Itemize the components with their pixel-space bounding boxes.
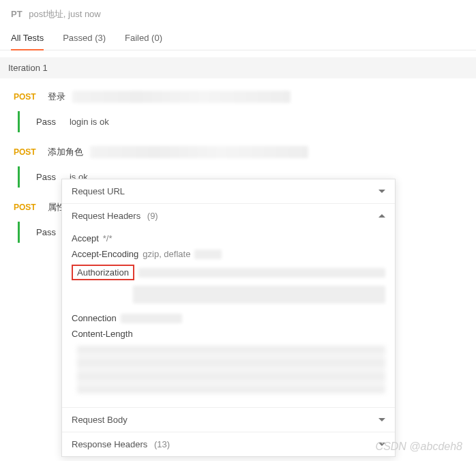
chevron-up-icon [378,214,385,218]
request-item: POST 登录 Pass login is ok [11,85,465,132]
section-request-url: Request URL [62,179,395,203]
pass-label: Pass [36,172,56,182]
request-name: 登录 [48,91,65,103]
section-header-request-url[interactable]: Request URL [62,179,395,203]
redacted-headers-block [77,346,385,393]
header-value: gzip, deflate [143,249,190,259]
header-key: Accept-Encoding [72,249,138,259]
redacted-url [90,146,308,158]
header-key: Connection [72,313,117,323]
section-header-request-body[interactable]: Request Body [62,408,395,432]
request-row[interactable]: POST 添加角色 [11,140,465,164]
run-subtitle: post地址, just now [29,9,101,19]
chevron-down-icon [378,418,385,421]
method-badge: POST [14,147,41,157]
section-header-request-headers[interactable]: Request Headers (9) [62,204,395,228]
pass-label: Pass [36,117,56,127]
header-row-content-length: Content-Length [72,326,385,342]
header-count: (13) [154,439,170,449]
authorization-highlight: Authorization [72,265,134,280]
redacted-value [194,250,222,259]
section-request-body: Request Body [62,407,395,432]
tabs-bar: All Tests Passed (3) Failed (0) [0,27,476,50]
redacted-value [133,286,385,303]
header-row-connection: Connection [72,310,385,326]
method-badge: POST [14,92,41,102]
request-row[interactable]: POST 登录 [11,85,465,108]
header-count: (9) [147,211,158,221]
tab-failed[interactable]: Failed (0) [125,27,162,50]
header-key: Content-Length [72,329,133,339]
header-key: Authorization [77,267,129,278]
section-request-headers: Request Headers (9) Accept */* Accept-En… [62,203,395,407]
chevron-down-icon [378,443,385,446]
tab-all-tests[interactable]: All Tests [11,27,44,50]
header-row-authorization: Authorization [72,262,385,283]
header-row-accept-encoding: Accept-Encoding gzip, deflate [72,246,385,262]
run-header: PT post地址, just now [0,0,476,27]
section-response-headers: Response Headers (13) [62,432,395,456]
header-row-accept: Accept */* [72,230,385,246]
redacted-value [138,268,385,278]
pass-label: Pass [36,227,56,237]
section-title: Request URL [72,186,125,196]
details-panel: Request URL Request Headers (9) Accept *… [61,179,396,457]
section-title: Request Body [72,415,128,425]
header-value: */* [103,233,113,243]
header-key: Accept [72,233,99,243]
redacted-value [121,314,182,323]
run-prefix: PT [11,9,23,19]
test-message: login is ok [70,117,109,127]
method-badge: POST [14,203,41,212]
iteration-header[interactable]: Iteration 1 [0,57,476,78]
test-result: Pass login is ok [18,111,465,132]
request-headers-body: Accept */* Accept-Encoding gzip, deflate… [62,228,395,407]
redacted-url [72,91,291,103]
section-header-response-headers[interactable]: Response Headers (13) [62,432,395,456]
section-title: Response Headers (13) [72,439,170,449]
section-title: Request Headers (9) [72,211,158,221]
tab-passed[interactable]: Passed (3) [63,27,106,50]
request-name: 添加角色 [48,146,83,158]
chevron-down-icon [378,190,385,193]
